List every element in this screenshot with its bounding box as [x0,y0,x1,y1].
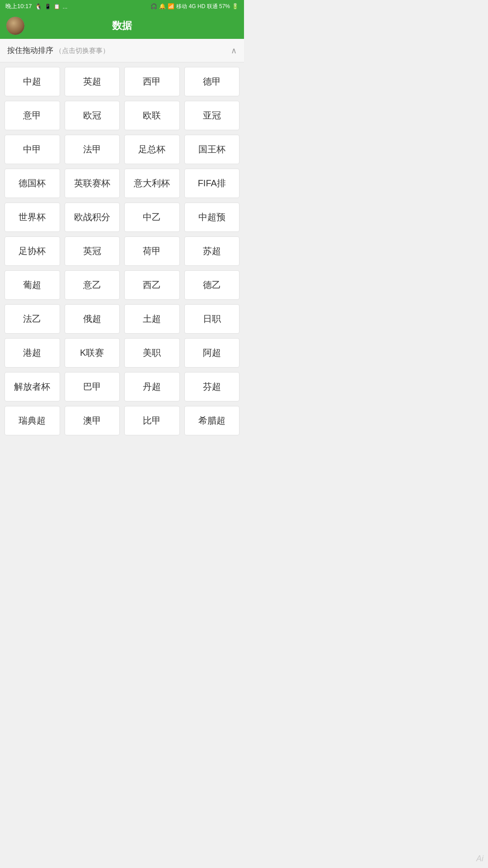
league-item[interactable]: 法乙 [5,304,60,334]
league-item[interactable]: 德国杯 [5,169,60,198]
time-label: 晚上10:17 [5,2,32,10]
league-item[interactable]: 日职 [184,304,240,334]
league-item[interactable]: 国王杯 [184,135,240,164]
avatar-image [6,17,24,35]
more-icon: ... [63,3,68,10]
app-header: 数据 [0,13,244,39]
league-item[interactable]: 美职 [124,338,180,368]
league-item[interactable]: 希腊超 [184,406,240,435]
league-item[interactable]: 意大利杯 [124,169,180,198]
league-item[interactable]: 欧冠 [65,101,120,130]
status-time: 晚上10:17 🐧 📱 📋 ... [5,2,67,10]
collapse-icon[interactable]: ∧ [231,46,237,56]
league-item[interactable]: 比甲 [124,406,180,435]
league-item[interactable]: 中乙 [124,203,180,232]
headphone-icon: 🎧 [150,3,157,9]
battery-icon: 🔋 [232,3,239,9]
league-item[interactable]: 葡超 [5,270,60,300]
league-item[interactable]: 港超 [5,338,60,368]
app-icon-2: 📋 [54,4,60,9]
league-item[interactable]: 澳甲 [65,406,120,435]
wifi-icon: 📶 [168,3,174,9]
avatar[interactable] [6,17,24,35]
league-item[interactable]: 荷甲 [124,236,180,266]
sort-sub-text: （点击切换赛事） [55,46,109,55]
status-bar: 晚上10:17 🐧 📱 📋 ... 🎧 🔔 📶 移动 4G HD 联通 57% … [0,0,244,13]
league-item[interactable]: 阿超 [184,338,240,368]
league-item[interactable]: 意乙 [65,270,120,300]
league-item[interactable]: 英联赛杯 [65,169,120,198]
sort-main-text: 按住拖动排序 [7,46,53,55]
league-item[interactable]: 土超 [124,304,180,334]
page-title: 数据 [112,19,132,33]
league-item[interactable]: 德乙 [184,270,240,300]
league-item[interactable]: 足总杯 [124,135,180,164]
league-item[interactable]: 世界杯 [5,203,60,232]
league-item[interactable]: K联赛 [65,338,120,368]
notification-icon: 🐧 [35,3,42,10]
league-item[interactable]: 西甲 [124,67,180,96]
league-item[interactable]: 法甲 [65,135,120,164]
league-item[interactable]: 西乙 [124,270,180,300]
league-item[interactable]: 英超 [65,67,120,96]
league-item[interactable]: 欧联 [124,101,180,130]
league-item[interactable]: FIFA排 [184,169,240,198]
league-item[interactable]: 瑞典超 [5,406,60,435]
league-item[interactable]: 中超 [5,67,60,96]
sort-bar[interactable]: 按住拖动排序 （点击切换赛事） ∧ [0,39,244,62]
league-item[interactable]: 英冠 [65,236,120,266]
league-grid: 中超英超西甲德甲意甲欧冠欧联亚冠中甲法甲足总杯国王杯德国杯英联赛杯意大利杯FIF… [5,67,239,435]
league-item[interactable]: 苏超 [184,236,240,266]
league-item[interactable]: 中甲 [5,135,60,164]
league-item[interactable]: 丹超 [124,372,180,401]
sort-bar-text: 按住拖动排序 （点击切换赛事） [7,45,109,56]
alarm-icon: 🔔 [159,3,166,9]
league-item[interactable]: 欧战积分 [65,203,120,232]
league-item[interactable]: 亚冠 [184,101,240,130]
league-item[interactable]: 芬超 [184,372,240,401]
league-grid-container: 中超英超西甲德甲意甲欧冠欧联亚冠中甲法甲足总杯国王杯德国杯英联赛杯意大利杯FIF… [0,62,244,444]
league-item[interactable]: 意甲 [5,101,60,130]
app-icon-1: 📱 [45,4,51,9]
league-item[interactable]: 俄超 [65,304,120,334]
league-item[interactable]: 巴甲 [65,372,120,401]
signal-info: 移动 4G HD 联通 57% [176,3,230,10]
league-item[interactable]: 德甲 [184,67,240,96]
league-item[interactable]: 足协杯 [5,236,60,266]
league-item[interactable]: 中超预 [184,203,240,232]
league-item[interactable]: 解放者杯 [5,372,60,401]
status-right-info: 🎧 🔔 📶 移动 4G HD 联通 57% 🔋 [150,3,239,10]
